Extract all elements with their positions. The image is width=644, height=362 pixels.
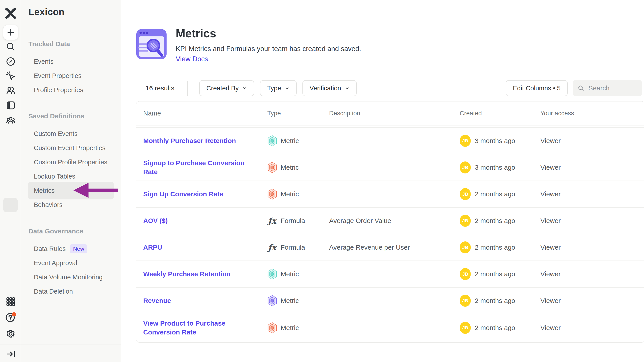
active-rail-highlight	[3, 198, 18, 212]
users-icon[interactable]	[0, 85, 21, 96]
results-count: 16 results	[146, 84, 174, 92]
metric-name-link[interactable]: Signup to Purchase Conversion Rate	[136, 159, 267, 176]
avatar: JB	[460, 215, 471, 227]
type-label: Metric	[281, 137, 299, 145]
created-time: 2 months ago	[475, 244, 515, 251]
avatar: JB	[460, 135, 471, 147]
column-header-name[interactable]: Name	[136, 109, 267, 118]
mixpanel-logo[interactable]	[0, 7, 21, 20]
column-header-your-access[interactable]: Your access	[540, 110, 644, 117]
type-label: Metric	[281, 190, 299, 198]
sidebar-item-events[interactable]: Events	[34, 54, 121, 69]
type-label: Metric	[281, 270, 299, 278]
create-button[interactable]	[0, 25, 21, 40]
access-level: Viewer	[540, 270, 644, 278]
sidebar-item-data-volume-monitoring[interactable]: Data Volume Monitoring	[34, 270, 121, 284]
sidebar-item-lookup-tables[interactable]: Lookup Tables	[34, 169, 121, 183]
lexicon-book-icon[interactable]	[0, 100, 21, 111]
sidebar-item-event-properties[interactable]: Event Properties	[34, 69, 121, 83]
apps-grid-icon[interactable]	[0, 296, 21, 307]
lexicon-sidebar: Lexicon Tracked Data Events Event Proper…	[21, 0, 121, 362]
access-level: Viewer	[540, 137, 644, 145]
metric-hexagon-icon	[267, 188, 277, 200]
metric-name-link[interactable]: Monthly Purchaser Retention	[136, 136, 267, 145]
avatar: JB	[460, 162, 471, 174]
toolbar-divider	[187, 81, 188, 96]
metric-name-link[interactable]: View Product to Purchase Conversion Rate	[136, 319, 267, 337]
sidebar-title: Lexicon	[28, 7, 121, 17]
table-row[interactable]: ARPU ƒxFormula Average Revenue per User …	[136, 234, 644, 261]
sidebar-item-custom-event-properties[interactable]: Custom Event Properties	[34, 141, 121, 155]
section-label-saved-definitions: Saved Definitions	[28, 112, 121, 120]
metric-hexagon-icon	[267, 268, 277, 280]
table-row[interactable]: View Product to Purchase Conversion Rate…	[136, 314, 644, 341]
table-row-partial	[136, 126, 644, 128]
table-header-row: Name Type Description Created Your acces…	[136, 102, 644, 126]
help-icon[interactable]	[0, 312, 21, 323]
sidebar-item-custom-events[interactable]: Custom Events	[34, 127, 121, 141]
metric-hexagon-icon	[267, 135, 277, 147]
avatar: JB	[460, 268, 471, 280]
access-level: Viewer	[540, 217, 644, 224]
metric-name-link[interactable]: Weekly Purchase Retention	[136, 270, 267, 279]
table-row[interactable]: AOV ($) ƒxFormula Average Order Value JB…	[136, 208, 644, 234]
column-header-type[interactable]: Type	[267, 110, 329, 117]
created-time: 2 months ago	[475, 270, 515, 278]
type-label: Formula	[281, 244, 305, 251]
metric-name-link[interactable]: Revenue	[136, 296, 267, 305]
chevron-down-icon	[242, 86, 247, 91]
settings-gear-icon[interactable]	[0, 329, 21, 339]
filter-created-by[interactable]: Created By	[199, 80, 254, 96]
collapse-panel-icon[interactable]	[0, 349, 21, 359]
sidebar-item-data-rules[interactable]: Data Rules New	[34, 242, 121, 256]
cursor-click-icon[interactable]	[0, 71, 21, 81]
metric-name-link[interactable]: Sign Up Conversion Rate	[136, 190, 267, 198]
section-label-data-governance: Data Governance	[28, 227, 121, 235]
description: Average Order Value	[329, 217, 460, 224]
type-label: Metric	[281, 297, 299, 305]
column-header-created[interactable]: Created	[460, 110, 540, 117]
sidebar-item-metrics[interactable]: Metrics	[34, 183, 121, 198]
chevron-down-icon	[345, 86, 350, 91]
table-row[interactable]: Monthly Purchaser Retention Metric JB3 m…	[136, 128, 644, 154]
table-row[interactable]: Signup to Purchase Conversion Rate Metri…	[136, 154, 644, 181]
sidebar-item-data-deletion[interactable]: Data Deletion	[34, 284, 121, 299]
filter-verification[interactable]: Verification	[302, 80, 357, 96]
avatar: JB	[460, 295, 471, 307]
table-row[interactable]: Sign Up Conversion Rate Metric JB2 month…	[136, 181, 644, 208]
filter-type[interactable]: Type	[260, 80, 297, 96]
sidebar-item-custom-profile-properties[interactable]: Custom Profile Properties	[34, 155, 121, 169]
section-label-tracked-data: Tracked Data	[28, 40, 121, 48]
chevron-down-icon	[285, 86, 290, 91]
view-docs-link[interactable]: View Docs	[176, 55, 208, 63]
avatar: JB	[460, 241, 471, 253]
avatar: JB	[460, 322, 471, 334]
cohorts-group-icon[interactable]	[0, 115, 21, 126]
discover-compass-icon[interactable]	[0, 56, 21, 67]
table-row[interactable]: Weekly Purchase Retention Metric JB2 mon…	[136, 261, 644, 288]
metric-name-link[interactable]: AOV ($)	[136, 216, 267, 225]
metric-hexagon-icon	[267, 295, 277, 307]
table-row[interactable]: Revenue Metric JB2 months ago Viewer	[136, 288, 644, 314]
search-icon[interactable]	[0, 41, 21, 52]
edit-columns-button[interactable]: Edit Columns • 5	[506, 80, 568, 96]
metric-name-link[interactable]: ARPU	[136, 243, 267, 252]
created-time: 3 months ago	[475, 137, 515, 145]
sidebar-item-profile-properties[interactable]: Profile Properties	[34, 83, 121, 97]
search-input[interactable]	[588, 84, 637, 92]
plus-icon	[6, 28, 15, 37]
column-header-description[interactable]: Description	[329, 110, 460, 117]
page-subtitle: KPI Metrics and Formulas your team has c…	[176, 45, 361, 53]
search-box[interactable]	[573, 80, 642, 96]
access-level: Viewer	[540, 297, 644, 305]
main-content: Metrics KPI Metrics and Formulas your te…	[122, 0, 644, 362]
search-icon	[578, 84, 584, 92]
table-toolbar: 16 results Created By Type Verification …	[136, 78, 643, 98]
type-label: Metric	[281, 324, 299, 332]
access-level: Viewer	[540, 190, 644, 198]
access-level: Viewer	[540, 244, 644, 251]
sidebar-item-behaviors[interactable]: Behaviors	[34, 198, 121, 212]
formula-fx-icon: ƒx	[267, 216, 277, 225]
access-level: Viewer	[540, 324, 644, 332]
sidebar-item-event-approval[interactable]: Event Approval	[34, 256, 121, 270]
